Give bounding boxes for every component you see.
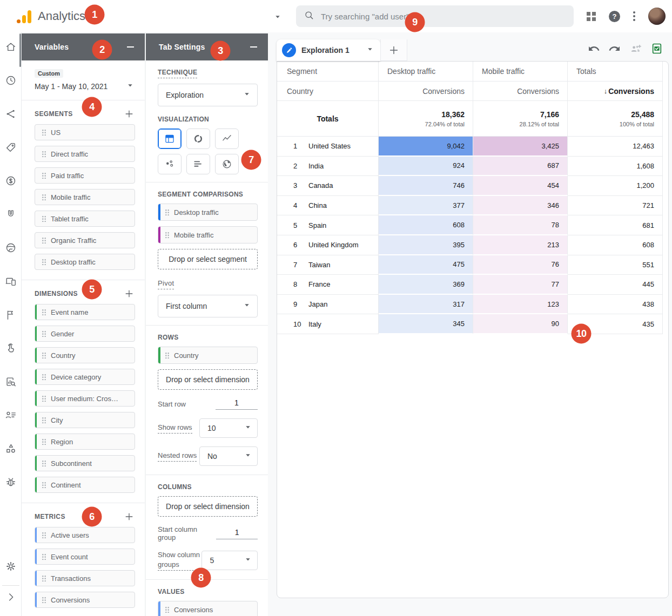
viz-table-button[interactable]: [158, 128, 182, 149]
viz-geo-button[interactable]: [215, 154, 239, 174]
pivot-select[interactable]: First column: [158, 295, 258, 317]
global-search[interactable]: [296, 5, 574, 27]
chip-event-name[interactable]: Event name: [35, 304, 135, 320]
property-selector-caret-icon[interactable]: [273, 12, 283, 24]
chip-us[interactable]: US: [35, 124, 135, 140]
chip-gender[interactable]: Gender: [35, 326, 135, 342]
chip-tablet-traffic[interactable]: Tablet traffic: [35, 211, 135, 227]
drag-handle-icon: [42, 172, 46, 179]
technique-select[interactable]: Exploration: [158, 84, 258, 106]
chip-mobile-traffic[interactable]: Mobile traffic: [35, 189, 135, 205]
add-dimensions-button[interactable]: [123, 288, 135, 300]
chip-continent[interactable]: Continent: [35, 477, 135, 493]
devices-icon[interactable]: [0, 275, 22, 309]
callout-badge-3: 3: [211, 41, 231, 61]
mobile-conversions-cell: 78: [473, 215, 568, 235]
chip-label: Mobile traffic: [51, 193, 90, 201]
drag-handle-icon: [42, 482, 46, 488]
dollar-icon[interactable]: [0, 175, 22, 208]
globe-icon[interactable]: [0, 242, 22, 275]
chip-organic-traffic[interactable]: Organic Traffic: [35, 232, 135, 248]
chip-conversions[interactable]: Conversions: [35, 592, 135, 608]
chevron-right-icon[interactable]: [0, 591, 22, 616]
drop-dimension-zone[interactable]: Drop or select dimension: [158, 369, 258, 390]
drop-column-dimension-zone[interactable]: Drop or select dimension: [158, 496, 258, 517]
chip-direct-traffic[interactable]: Direct traffic: [35, 146, 135, 162]
chip-mobile-traffic[interactable]: Mobile traffic: [158, 226, 258, 243]
start-row-input[interactable]: 1: [216, 398, 258, 410]
chip-desktop-traffic[interactable]: Desktop traffic: [158, 204, 258, 221]
avatar[interactable]: [648, 8, 666, 25]
add-tab-button[interactable]: [380, 39, 407, 61]
chip-city[interactable]: City: [35, 412, 135, 428]
chart-search-icon[interactable]: [0, 376, 22, 409]
country-name: Italy: [308, 320, 321, 328]
share-icon[interactable]: [0, 108, 22, 141]
gear-icon[interactable]: [0, 560, 22, 585]
chip-user-medium-cros-[interactable]: User medium: Cros…: [35, 390, 135, 407]
callout-badge-2: 2: [92, 40, 112, 60]
table-row-country: 1United States: [277, 137, 379, 157]
tag-icon[interactable]: [0, 141, 22, 175]
help-icon[interactable]: ?: [609, 11, 620, 22]
chip-label: City: [51, 416, 63, 424]
minimize-variables-button[interactable]: [125, 42, 135, 52]
show-rows-select[interactable]: 10: [199, 418, 258, 438]
table-row-country: 6United Kingdom: [277, 235, 379, 255]
drag-handle-icon: [42, 330, 46, 337]
viz-bar-button[interactable]: [186, 154, 210, 174]
sub-header-3[interactable]: ↓Conversions: [568, 82, 663, 101]
date-range-selector[interactable]: Custom May 1 - May 10, 2021: [22, 60, 145, 100]
chip-subcontinent[interactable]: Subcontinent: [35, 455, 135, 471]
search-input[interactable]: [320, 11, 566, 22]
apps-grid-icon[interactable]: [587, 12, 596, 21]
chip-transactions[interactable]: Transactions: [35, 570, 135, 586]
drop-segment-zone[interactable]: Drop or select segment: [158, 249, 258, 269]
undo-button[interactable]: [587, 42, 600, 55]
chip-event-count[interactable]: Event count: [35, 549, 135, 565]
chip-conversions[interactable]: Conversions: [158, 601, 258, 616]
minimize-tab-settings-button[interactable]: [248, 42, 258, 52]
exploration-tab[interactable]: Exploration 1: [277, 39, 380, 61]
home-icon[interactable]: [0, 41, 22, 75]
chip-device-category[interactable]: Device category: [35, 369, 135, 385]
drag-handle-icon: [42, 352, 46, 358]
rows-block: ROWS Country Drop or select dimension St…: [146, 326, 268, 475]
clock-icon[interactable]: [0, 75, 22, 108]
user-list-icon[interactable]: [0, 409, 22, 443]
section-title: SEGMENTS: [35, 110, 73, 118]
chip-country[interactable]: Country: [35, 347, 135, 363]
rail-scrollbar[interactable]: [19, 33, 21, 67]
share-users-button[interactable]: [629, 42, 642, 55]
bug-icon[interactable]: [0, 476, 22, 510]
mobile-conversions-cell: 3,425: [473, 137, 568, 157]
chip-region[interactable]: Region: [35, 434, 135, 450]
viz-line-button[interactable]: [215, 128, 239, 149]
viz-donut-button[interactable]: [186, 128, 210, 149]
add-segments-button[interactable]: [123, 108, 135, 120]
export-sheet-button[interactable]: [650, 42, 663, 55]
start-column-group-input[interactable]: 1: [216, 528, 258, 539]
variables-panel-header: Variables: [22, 33, 145, 60]
start-column-group-label: Start column group: [158, 525, 216, 541]
redo-button[interactable]: [608, 42, 621, 55]
columns-block: COLUMNS Drop or select dimension Start c…: [146, 475, 268, 580]
flag-icon[interactable]: [0, 309, 22, 342]
chip-active-users[interactable]: Active users: [35, 527, 135, 543]
show-column-groups-select[interactable]: 5: [201, 551, 258, 570]
add-metrics-button[interactable]: [123, 511, 135, 523]
shapes-icon[interactable]: [0, 443, 22, 476]
magnet-icon[interactable]: [0, 208, 22, 242]
more-vert-icon[interactable]: [633, 11, 635, 21]
viz-scatter-button[interactable]: [158, 154, 182, 174]
country-name: Canada: [308, 181, 333, 189]
country-name: Spain: [308, 221, 326, 229]
touch-icon[interactable]: [0, 342, 22, 376]
nested-rows-select[interactable]: No: [199, 446, 258, 466]
drag-handle-icon: [42, 215, 46, 222]
chip-paid-traffic[interactable]: Paid traffic: [35, 167, 135, 184]
chip-country[interactable]: Country: [158, 347, 258, 364]
chip-desktop-traffic[interactable]: Desktop traffic: [35, 254, 135, 270]
chip-label: Desktop traffic: [174, 208, 219, 216]
show-column-groups-label: Show column groups: [158, 550, 201, 571]
